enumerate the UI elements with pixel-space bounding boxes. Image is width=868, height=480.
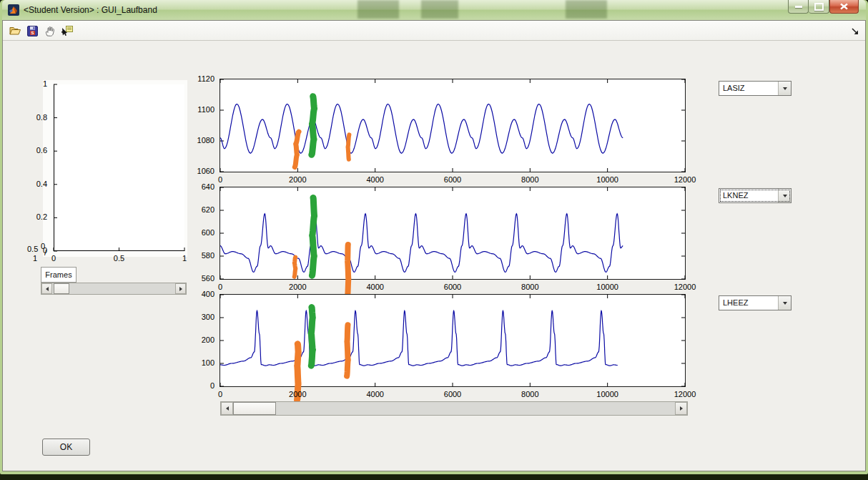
chevron-down-icon[interactable]	[778, 82, 791, 95]
stray-tick-label: /	[44, 248, 46, 257]
svg-text:S: S	[31, 31, 34, 35]
tick-label: 4000	[366, 175, 383, 184]
ok-button[interactable]: OK	[42, 439, 90, 456]
tick-label: 6000	[444, 175, 461, 184]
time-scrollbar-right-arrow[interactable]	[675, 402, 687, 415]
preview-axes[interactable]: 0.510/	[54, 84, 184, 251]
save-button[interactable]: S	[26, 24, 39, 37]
signal-select-lheez[interactable]: LHEEZ	[719, 295, 791, 310]
tick-label: 1080	[197, 136, 214, 145]
tick-label: 10000	[596, 283, 618, 291]
lheez-plot[interactable]	[220, 294, 686, 387]
figure-client: 00.20.40.60.81 00.51 0.510/ Frames 10601…	[3, 41, 865, 471]
lknez-x-axis-ticks: 020004000600080001000012000	[220, 283, 685, 293]
tick-label: 12000	[674, 175, 696, 184]
open-folder-icon	[9, 26, 21, 36]
chevron-down-icon[interactable]	[778, 296, 791, 310]
tick-label: 8000	[521, 175, 538, 184]
frames-slider-right-arrow[interactable]	[175, 283, 186, 294]
preview-x-axis-ticks: 00.51	[54, 254, 184, 264]
left-arrow-icon	[224, 406, 229, 411]
combo-value: LKNEZ	[719, 189, 778, 202]
tick-label: 2000	[289, 175, 306, 184]
lasiz-plot[interactable]	[220, 79, 686, 172]
tick-label: 0	[51, 254, 56, 263]
hand-icon	[44, 25, 55, 36]
tick-label: 6000	[444, 390, 461, 398]
lheez-x-axis-ticks: 020004000600080001000012000	[220, 390, 685, 400]
right-arrow-icon	[179, 287, 184, 291]
close-button[interactable]	[829, 0, 859, 14]
data-cursor-icon	[61, 25, 73, 36]
tick-label: 640	[202, 182, 214, 191]
tick-label: 1	[43, 79, 47, 88]
titlebar-reflection	[421, 0, 458, 19]
toolbar: S	[3, 21, 865, 41]
maximize-button[interactable]	[809, 0, 829, 14]
signal-select-lasiz[interactable]: LASIZ	[719, 81, 791, 96]
tick-label: 0.6	[36, 146, 47, 155]
time-scrollbar-thumb[interactable]	[233, 402, 276, 415]
tick-label: 0	[218, 283, 222, 291]
dock-figure-button[interactable]	[852, 26, 859, 39]
maximize-icon	[814, 3, 824, 11]
figure-frame: S	[2, 20, 866, 471]
tick-label: 0.8	[36, 113, 47, 122]
right-arrow-icon	[680, 406, 685, 411]
tick-label: 100	[202, 358, 214, 367]
lknez-plot[interactable]	[220, 187, 686, 280]
frames-slider-left-arrow[interactable]	[41, 283, 52, 294]
frames-slider-thumb[interactable]	[54, 283, 69, 294]
time-scrollbar[interactable]	[220, 401, 688, 416]
close-icon	[839, 3, 849, 10]
frames-slider[interactable]	[41, 283, 187, 295]
chevron-down-icon[interactable]	[778, 189, 791, 202]
tick-label: 600	[202, 228, 214, 237]
titlebar-reflection	[566, 0, 607, 19]
tick-label: 0.2	[36, 212, 47, 221]
app-window: <Student Version> : GUI_Laufband	[0, 0, 868, 474]
tick-label: 1060	[197, 167, 214, 175]
tick-label: 200	[202, 335, 214, 344]
tick-label: 12000	[674, 283, 696, 291]
tick-label: 8000	[521, 283, 538, 291]
tick-label: 0	[210, 381, 214, 390]
tick-label: 0	[218, 175, 222, 184]
tick-label: 0.4	[36, 180, 47, 188]
combo-value: LASIZ	[719, 82, 778, 95]
minimize-button[interactable]	[788, 0, 809, 14]
tick-label: 1120	[197, 74, 214, 83]
titlebar[interactable]: <Student Version> : GUI_Laufband	[2, 0, 866, 20]
matlab-icon	[8, 4, 19, 16]
time-scrollbar-track[interactable]	[233, 402, 675, 415]
tick-label: 12000	[674, 390, 696, 398]
tick-label: 6000	[444, 283, 461, 291]
titlebar-reflection	[357, 0, 399, 19]
save-floppy-icon: S	[27, 26, 38, 36]
window-controls	[788, 0, 859, 14]
tick-label: 2000	[289, 390, 306, 398]
tick-label: 4000	[366, 283, 383, 291]
tick-label: 300	[202, 313, 214, 321]
open-file-button[interactable]	[9, 24, 21, 37]
frames-slider-track[interactable]	[52, 283, 175, 294]
tick-label: 580	[202, 251, 214, 260]
minimize-icon	[795, 6, 802, 8]
window-title: <Student Version> : GUI_Laufband	[24, 5, 157, 15]
dock-arrow-icon	[852, 28, 859, 36]
signal-select-lknez[interactable]: LKNEZ	[719, 188, 791, 203]
tick-label: 0	[218, 390, 222, 398]
stray-tick-label: 1	[33, 254, 37, 263]
lheez-y-axis-ticks: 0100200300400	[182, 295, 217, 388]
tick-label: 400	[202, 290, 214, 298]
tick-label: 10000	[596, 390, 618, 398]
data-cursor-button[interactable]	[60, 24, 73, 37]
left-arrow-icon	[44, 287, 49, 291]
preview-y-axis-ticks: 00.20.40.60.81	[27, 84, 50, 251]
time-scrollbar-left-arrow[interactable]	[221, 402, 233, 415]
tick-label: 10000	[596, 175, 618, 184]
tick-label: 8000	[521, 390, 538, 398]
tick-label: 560	[202, 274, 214, 283]
lasiz-x-axis-ticks: 020004000600080001000012000	[220, 175, 685, 185]
pan-button[interactable]	[43, 24, 56, 37]
